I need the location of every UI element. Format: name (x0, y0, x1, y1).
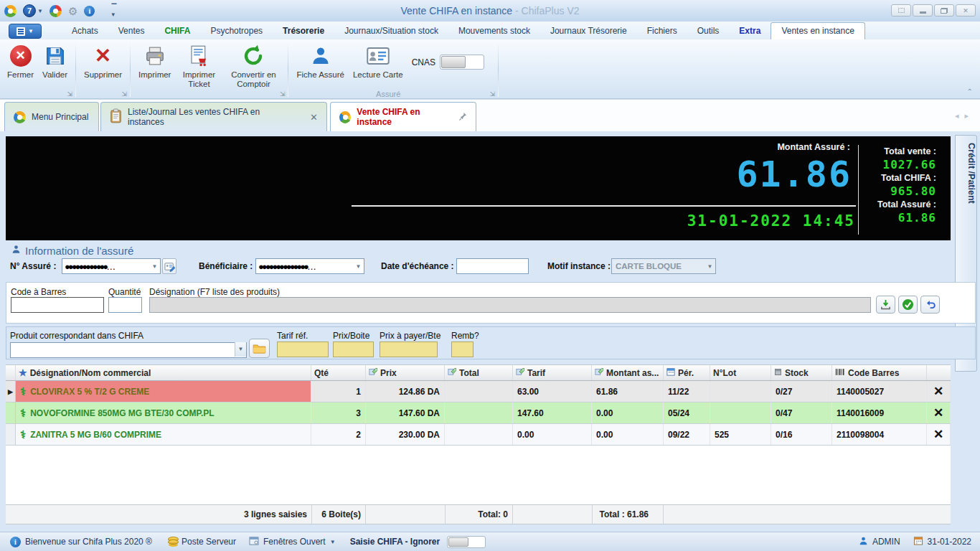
dialog-launcher-icon[interactable]: ⇲ (122, 90, 128, 98)
person-icon (311, 44, 331, 68)
close-tab-icon[interactable]: ✕ (310, 112, 318, 123)
ribbon-group-supprimer: ✕ Supprimer ⇲ (77, 39, 129, 98)
info-icon: i (10, 537, 21, 547)
folder-browse-button[interactable] (249, 339, 270, 358)
barcode-icon (835, 368, 845, 378)
windows-menu-button[interactable]: 7▼ (23, 4, 43, 17)
col-prix[interactable]: Prix (366, 365, 445, 380)
beneficiaire-combobox[interactable]: ●●●●●●●●●●●●●●… ▼ (255, 258, 364, 274)
produit-chifa-combobox[interactable] (10, 342, 247, 358)
total-chifa-value: 965.80 (890, 184, 936, 198)
col-tarif[interactable]: Tarif (513, 365, 592, 380)
col-montant[interactable]: Montant as... (592, 365, 664, 380)
dialog-launcher-icon[interactable]: ⇲ (489, 90, 495, 98)
num-assure-combobox[interactable]: ●●●●●●●●●●●●… ▼ (62, 258, 161, 274)
menu-ventes[interactable]: Ventes (108, 23, 155, 39)
col-lot[interactable]: N°Lot (710, 365, 771, 380)
chevron-down-icon: ▼ (330, 539, 336, 545)
saisie-chifa-toggle[interactable] (447, 536, 486, 548)
table-row[interactable]: ⚕ZANITRA 5 MG B/60 COMPRIME 2 230.00 DA … (6, 424, 951, 446)
quantite-input[interactable] (108, 297, 142, 313)
import-button[interactable] (876, 296, 895, 314)
tab-scroll-arrows[interactable]: ◂▸ (955, 111, 974, 121)
person-icon (11, 244, 21, 257)
pinwheel-icon (339, 111, 351, 123)
toolbar-options-icon[interactable]: ▔▾ (111, 4, 116, 18)
imprimer-button[interactable]: Imprimer (135, 42, 174, 82)
menu-psychotropes[interactable]: Psychotropes (200, 23, 273, 39)
menu-fichiers[interactable]: Fichiers (637, 23, 687, 39)
code-barres-label: Code à Barres (11, 287, 66, 297)
menu-journaux-situation-stock[interactable]: Journaux/Situation stock (334, 23, 448, 39)
info-icon[interactable]: i (84, 6, 95, 17)
table-row[interactable]: ▶ ⚕CLOVIRAX 5 % T/2 G CREME 1 124.86 DA … (6, 381, 951, 402)
edit-assure-button[interactable] (162, 258, 176, 274)
menu-bar: ▼ Achats Ventes CHIFA Psychotropes Tréso… (0, 22, 980, 39)
tab-vente-chifa[interactable]: Vente CHIFA en instance (330, 102, 476, 131)
col-designation[interactable]: ★ Désignation/Nom commercial (16, 365, 311, 380)
pin-icon[interactable] (459, 112, 467, 123)
quick-access-toolbar: 7▼ ⚙ i ▔▾ (0, 4, 116, 18)
col-per[interactable]: Pér. (664, 365, 710, 380)
col-qte[interactable]: Qté (311, 365, 366, 380)
col-stock[interactable]: Stock (771, 365, 832, 380)
cnas-toggle[interactable] (440, 55, 484, 70)
menu-chifa[interactable]: CHIFA (154, 23, 200, 39)
menu-achats[interactable]: Achats (62, 23, 108, 39)
date-echeance-input[interactable] (456, 258, 529, 274)
quantite-label: Quantité (108, 287, 141, 297)
prix-payer-field[interactable] (380, 342, 438, 357)
validate-line-button[interactable] (898, 296, 918, 314)
restore-button[interactable] (934, 4, 954, 17)
col-total[interactable]: Total (445, 365, 513, 380)
tarif-ref-field[interactable] (277, 342, 329, 357)
app-menu-button[interactable]: ▼ (9, 24, 42, 39)
menu-outils[interactable]: Outils (687, 23, 730, 39)
col-code-barres[interactable]: Code Barres (832, 365, 927, 380)
tab-menu-principal[interactable]: Menu Principal (4, 102, 99, 131)
save-floppy-icon (44, 44, 66, 68)
ribbon-collapse-icon[interactable]: ⌃ (967, 88, 973, 95)
remb-field[interactable] (451, 342, 473, 357)
color-logo-icon[interactable] (50, 5, 62, 17)
product-entry-panel: Code à Barres Quantité Désignation (F7 l… (6, 282, 976, 324)
pharmacy-icon: ⚕ (20, 385, 26, 398)
application-window: 7▼ ⚙ i ▔▾ Vente CHIFA en instance - Chif… (0, 0, 980, 551)
fermer-button[interactable]: ✕ Fermer (4, 42, 37, 82)
menu-mouvements-stock[interactable]: Mouvements stock (448, 23, 540, 39)
convertir-comptoir-button[interactable]: Convertir en Comptoir (223, 42, 283, 91)
imprimer-ticket-button[interactable]: Imprimer Ticket (176, 42, 222, 91)
dialog-launcher-icon[interactable]: ⇲ (280, 90, 286, 98)
total-vente-value: 1027.66 (883, 158, 936, 171)
fenetres-ouvert-menu[interactable]: Fenêtres Ouvert ▼ (249, 537, 336, 547)
poste-serveur-status: Poste Serveur (168, 537, 236, 547)
dialog-launcher-icon[interactable]: ⇲ (67, 90, 72, 98)
pinwheel-icon (14, 111, 26, 123)
delete-row-button[interactable]: ✕ (927, 381, 951, 402)
tab-liste-journal[interactable]: Liste/Journal Les ventes CHIFA en instan… (100, 102, 327, 131)
fiche-assure-button[interactable]: Fiche Assuré (293, 42, 347, 82)
fullscreen-button[interactable] (891, 4, 911, 17)
table-row[interactable]: ⚕NOVOFORMINE 850MG MG BTE/30 COMP.PL 3 1… (6, 402, 951, 424)
menu-extra[interactable]: Extra (729, 23, 771, 39)
menu-ventes-en-instance[interactable]: Ventes en instance (771, 22, 864, 39)
tarif-ref-label: Tarif réf. (277, 331, 308, 341)
chevron-down-icon[interactable]: ▼ (235, 342, 246, 357)
minimize-button[interactable] (913, 4, 933, 17)
star-icon: ★ (19, 367, 27, 378)
code-barres-input[interactable] (11, 297, 104, 313)
prix-boite-field[interactable] (333, 342, 374, 357)
gear-icon[interactable]: ⚙ (68, 6, 77, 17)
delete-row-button[interactable]: ✕ (927, 402, 951, 423)
close-button[interactable]: ✕ (956, 4, 976, 17)
menu-tresorerie[interactable]: Trésorerie (273, 23, 334, 39)
prix-payer-label: Prix à payer/Bte (380, 331, 440, 341)
supprimer-button[interactable]: ✕ Supprimer (80, 42, 126, 82)
total-left: Total: 0 (445, 505, 513, 524)
valider-button[interactable]: Valider (39, 42, 71, 82)
delete-row-button[interactable]: ✕ (927, 424, 951, 445)
undo-button[interactable] (920, 296, 940, 314)
lecture-carte-button[interactable]: Lecture Carte (349, 42, 407, 82)
delete-x-icon: ✕ (95, 45, 111, 67)
menu-journaux-tresorerie[interactable]: Journaux Trésorerie (540, 23, 637, 39)
